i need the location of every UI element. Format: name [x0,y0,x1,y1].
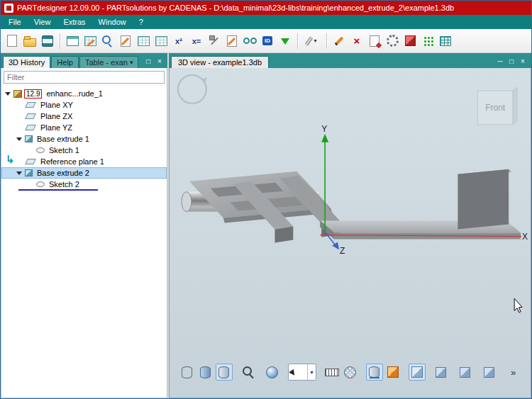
fastener-dropdown-button[interactable]: ▾ [301,32,323,50]
tree-base-extrude-2[interactable]: Base extrude 2 [1,167,167,179]
sheet-edit-button[interactable] [117,32,134,50]
tree-root-part[interactable]: 12.9 enhanc...rude_1 [1,88,167,99]
right-panel-tabbar: 3D view - example1.3db ─ □ × [169,53,531,68]
zoom-button[interactable] [240,364,257,381]
toolbar-separator [297,33,298,49]
tree-node-label: Reference plane 1 [38,157,106,166]
assembly-gear-button[interactable] [384,32,401,50]
tree-sketch-2[interactable]: Sketch 2 [1,179,167,190]
partdesigner-window: PARTdesigner 12.09.00 - PARTsolutions by… [0,0,532,399]
value-range-edit-button[interactable] [82,32,99,50]
expand-arrow-icon[interactable] [16,135,23,143]
tree-node-icon [25,159,36,164]
z-axis-label: Z [340,246,345,256]
tree-plane-zx[interactable]: Plane ZX [1,111,167,122]
grid-table-button[interactable] [437,32,454,50]
cube-orange-button[interactable] [384,364,401,381]
tree-node-icon [36,181,45,187]
link-view-button[interactable] [241,32,258,50]
version-badge: 12.9 [24,89,42,99]
formula-assign-button[interactable]: x= [188,32,205,50]
iso-view-3-button[interactable] [481,364,498,381]
tree-plane-yz[interactable]: Plane YZ [1,122,167,133]
new-file-button[interactable] [4,32,21,50]
tree-node-label: Base extrude 1 [35,135,92,143]
document-edit-button[interactable] [223,32,240,50]
main-toolbar: x²x=ID▾× [1,29,531,53]
iso-view-1-button[interactable] [433,364,450,381]
view-cylinder-wireframe-button[interactable] [179,364,196,381]
menu-file[interactable]: File [2,16,28,28]
preview-search-button[interactable] [99,32,116,50]
toolbar-separator [60,33,60,49]
mouse-cursor [514,298,522,312]
tree-node-label: Plane ZX [38,112,74,120]
right-panel-float-button[interactable]: □ [507,58,516,65]
menu-bar: FileViewExtrasWindow? [1,15,531,29]
table-view-2-button[interactable] [153,32,170,50]
window-title: PARTdesigner 12.09.00 - PARTsolutions by… [17,4,454,12]
tree-base-extrude-1[interactable]: Base extrude 1 [1,133,167,145]
tree-plane-xy[interactable]: Plane XY [1,99,167,111]
grid-points-button[interactable] [419,32,436,50]
tree-node-icon [25,102,36,108]
open-file-button[interactable] [21,32,38,50]
expand-arrow-icon[interactable] [16,169,23,177]
viewport-toolbar: ▾» [179,364,522,381]
selection-mode-combo[interactable]: ▾ [288,364,316,381]
tree-node-label: Sketch 1 [47,146,82,154]
3d-viewport[interactable]: Front [169,68,531,398]
3d-scene[interactable]: Front [170,68,531,398]
tab-help[interactable]: Help [51,56,79,68]
left-panel-float-button[interactable]: □ [144,58,153,65]
save-file-button[interactable] [39,32,56,50]
view-cylinder-shaded-button[interactable] [197,364,214,381]
tab-table[interactable]: Table - exan [79,56,138,68]
cylinder-dimension-button[interactable] [366,364,383,381]
annotation-arrow-icon [6,154,15,164]
menu-view[interactable]: View [28,16,57,28]
formula-x2-button[interactable]: x² [170,32,187,50]
view-cube[interactable]: Front [477,87,517,125]
menu-help[interactable]: ? [133,16,150,28]
rotate-view-button[interactable] [264,364,281,381]
table-view-button[interactable] [135,32,152,50]
export-sheet-button[interactable] [366,32,383,50]
iso-view-2-button[interactable] [457,364,474,381]
mesh-view-button[interactable] [342,364,359,381]
tree-node-label: Base extrude 2 [35,169,92,177]
right-panel-close-button[interactable]: × [519,58,527,65]
dimension-id-button[interactable]: ID [259,32,276,50]
filter-row [1,68,167,86]
filter-input[interactable] [4,71,165,84]
tools-button[interactable] [206,32,223,50]
tree-node-icon [36,147,45,153]
left-panel-tabbar: 3D HistoryHelpTable - exan □ × [1,53,167,68]
tab-3d-history[interactable]: 3D History [3,56,50,68]
right-panel-minimize-button[interactable]: ─ [496,58,504,65]
left-panel-close-button[interactable]: × [155,58,164,65]
edit-pencil-button[interactable] [331,32,348,50]
cube-view-button[interactable] [409,364,426,381]
view-cylinder-solid-button[interactable] [216,364,233,381]
rotate-widget-icon[interactable] [178,75,207,103]
tree-sketch-1[interactable]: Sketch 1 [1,145,167,156]
3d-model[interactable] [182,169,521,243]
delete-button[interactable]: × [348,32,365,50]
menu-window[interactable]: Window [92,16,133,28]
expand-arrow-icon[interactable] [4,89,11,98]
tree-node-label: Plane XY [38,101,75,109]
title-bar[interactable]: PARTdesigner 12.09.00 - PARTsolutions by… [1,1,531,15]
measure-ruler-button[interactable] [323,364,340,381]
table-window-button[interactable] [64,32,81,50]
annotation-underline [18,189,98,191]
tree-node-label: Plane YZ [38,123,74,132]
toolbar-separator [326,33,327,49]
tree-reference-plane-1[interactable]: Reference plane 1 [1,156,167,167]
menu-extras[interactable]: Extras [57,16,92,28]
accept-dropdown-button[interactable] [277,32,294,50]
tab-3d-view[interactable]: 3D view - example1.3db [171,56,269,68]
part-cube-button[interactable] [401,32,419,50]
tree-node-icon [13,90,22,98]
overflow-button[interactable]: » [505,364,522,381]
